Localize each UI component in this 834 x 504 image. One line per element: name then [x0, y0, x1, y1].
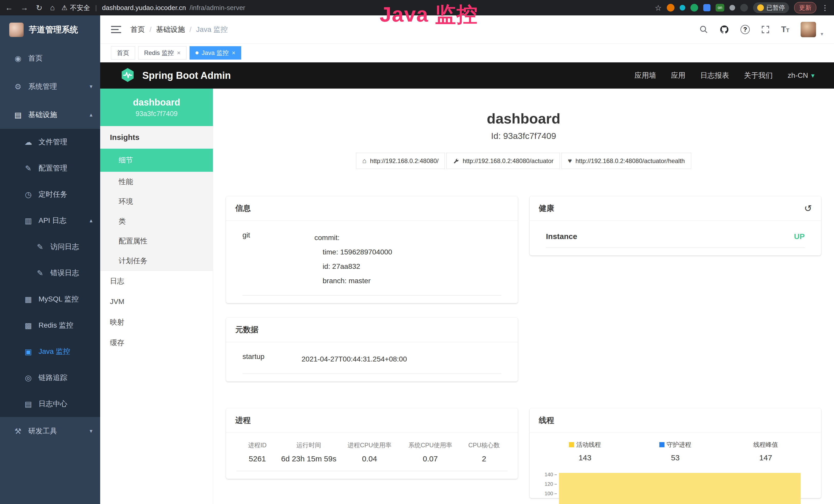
- sba-item-mappings[interactable]: 映射: [100, 312, 213, 333]
- legend-swatch-blue: [659, 442, 664, 447]
- health-url-link[interactable]: ♥ http://192.168.0.2:48080/actuator/heal…: [562, 153, 691, 169]
- sidebar-item-dev-tools[interactable]: ⚒ 研发工具 ▾: [0, 417, 100, 445]
- sidebar-item-scheduled-task[interactable]: ◷ 定时任务: [0, 181, 100, 207]
- error-log-icon: ✎: [36, 269, 45, 278]
- mysql-icon: ▦: [24, 295, 33, 304]
- health-card: 健康 ↺ Instance UP: [530, 196, 821, 255]
- sidebar-item-access-log[interactable]: ✎ 访问日志: [0, 234, 100, 260]
- sba-item-classes[interactable]: 类: [100, 211, 213, 231]
- sba-header: Spring Boot Admin 应用墙 应用 日志报表 关于我们 zh-CN…: [100, 62, 834, 89]
- heart-icon: ♥: [568, 157, 572, 165]
- sba-brand[interactable]: Spring Boot Admin: [142, 70, 231, 81]
- url-host: dashboard.yudao.iocoder.cn: [102, 4, 186, 12]
- metadata-card: 元数据 startup 2021-04-27T00:44:31.254+08:0…: [226, 318, 518, 382]
- url-path: /infra/admin-server: [190, 4, 245, 12]
- extension-icon[interactable]: [680, 5, 685, 10]
- sidebar-item-error-log[interactable]: ✎ 错误日志: [0, 260, 100, 286]
- user-avatar[interactable]: [800, 22, 816, 37]
- close-icon[interactable]: ×: [232, 49, 235, 56]
- tools-icon: ⚒: [13, 427, 23, 436]
- card-title: 健康: [539, 203, 554, 214]
- browser-menu-icon[interactable]: ⋮: [821, 4, 829, 12]
- sba-item-logs[interactable]: 日志: [100, 271, 213, 292]
- sba-nav-wallboard[interactable]: 应用墙: [635, 71, 656, 81]
- search-icon[interactable]: [699, 25, 708, 34]
- breadcrumb-home[interactable]: 首页: [130, 25, 145, 35]
- sidebar-item-infrastructure[interactable]: ▤ 基础设施 ▴: [0, 101, 100, 129]
- close-icon[interactable]: ×: [177, 49, 180, 56]
- instance-name: dashboard: [133, 97, 180, 108]
- insights-group: Insights 细节 性能 环境 类 配置属性 计划任务: [100, 126, 213, 271]
- caret-down-icon[interactable]: ▾: [821, 31, 823, 37]
- sidebar-item-config-manage[interactable]: ✎ 配置管理: [0, 155, 100, 181]
- sba-logo-icon: [120, 67, 136, 84]
- reload-icon[interactable]: ↻: [36, 3, 42, 12]
- sba-item-scheduledtasks[interactable]: 计划任务: [100, 251, 213, 271]
- app-logo[interactable]: 芋道管理系统: [0, 16, 100, 44]
- dashboard-icon: ◉: [13, 54, 23, 63]
- bookmark-star-icon[interactable]: ☆: [655, 3, 662, 12]
- sba-item-details[interactable]: 细节: [100, 148, 213, 172]
- update-button[interactable]: 更新: [794, 2, 816, 13]
- back-icon[interactable]: ←: [5, 3, 13, 12]
- history-icon[interactable]: ↺: [804, 204, 812, 213]
- service-url-link[interactable]: ⌂ http://192.168.0.2:48080/: [356, 153, 445, 169]
- breadcrumb-current: Java 监控: [196, 25, 228, 35]
- sidebar-item-file-manage[interactable]: ☁ 文件管理: [0, 129, 100, 155]
- active-dot: [195, 51, 199, 54]
- sba-item-caches[interactable]: 缓存: [100, 333, 213, 353]
- sba-item-metrics[interactable]: 性能: [100, 172, 213, 191]
- access-log-icon: ✎: [36, 243, 45, 251]
- tab-java-monitor[interactable]: Java 监控 ×: [190, 46, 241, 60]
- sidebar-item-redis-monitor[interactable]: ▩ Redis 监控: [0, 312, 100, 338]
- address-bar[interactable]: ⚠ 不安全 | dashboard.yudao.iocoder.cn/infra…: [61, 3, 655, 12]
- paused-badge[interactable]: 已暂停: [753, 2, 789, 13]
- sba-nav-journal[interactable]: 日志报表: [700, 71, 729, 81]
- extension-icon[interactable]: [667, 4, 675, 12]
- security-warning[interactable]: ⚠ 不安全: [61, 3, 90, 12]
- github-icon[interactable]: [720, 25, 729, 35]
- sba-nav-about[interactable]: 关于我们: [744, 71, 773, 81]
- insights-label: Insights: [100, 126, 213, 148]
- chevron-down-icon: ▾: [90, 428, 92, 434]
- sba-instance-block[interactable]: dashboard 93a3fc7f7409: [100, 89, 213, 126]
- sba-item-configprops[interactable]: 配置属性: [100, 231, 213, 251]
- sidebar-item-system[interactable]: ⚙ 系统管理 ▾: [0, 72, 100, 101]
- forward-icon[interactable]: →: [21, 3, 28, 12]
- tab-home[interactable]: 首页: [111, 46, 135, 60]
- help-icon[interactable]: ?: [741, 25, 750, 34]
- edit-icon: ✎: [24, 164, 33, 173]
- actuator-url-link[interactable]: http://192.168.0.2:48080/actuator: [446, 153, 560, 169]
- page-title: dashboard: [213, 110, 834, 127]
- legend-live-threads: 活动线程 143: [540, 441, 630, 462]
- font-size-icon[interactable]: TT: [781, 25, 789, 34]
- sidebar-item-log-center[interactable]: ▤ 日志中心: [0, 391, 100, 417]
- breadcrumb-infrastructure[interactable]: 基础设施: [156, 25, 185, 35]
- fullscreen-icon[interactable]: [761, 25, 770, 34]
- threads-card: 线程 活动线程 143 守护进程 53 线程峰值 147: [530, 408, 821, 498]
- legend-daemon-threads: 守护进程 53: [630, 441, 721, 462]
- extension-icon[interactable]: [703, 4, 710, 11]
- infrastructure-icon: ▤: [13, 110, 23, 119]
- browser-home-icon[interactable]: ⌂: [50, 3, 55, 12]
- tab-redis-monitor[interactable]: Redis 监控 ×: [138, 46, 186, 60]
- extension-icon[interactable]: [729, 5, 735, 10]
- sidebar-item-api-log[interactable]: ▥ API 日志 ▴: [0, 207, 100, 234]
- extension-icon[interactable]: on: [716, 4, 724, 12]
- extension-icon[interactable]: [690, 4, 698, 12]
- wrench-icon: [453, 158, 459, 164]
- extension-icon[interactable]: [740, 4, 748, 12]
- sidebar-item-java-monitor[interactable]: ▣ Java 监控: [0, 338, 100, 365]
- sidebar-item-home[interactable]: ◉ 首页: [0, 44, 100, 72]
- locale-selector[interactable]: zh-CN ▾: [788, 71, 814, 79]
- sba-item-environment[interactable]: 环境: [100, 191, 213, 211]
- address-separator: |: [95, 4, 97, 12]
- sba-nav-applications[interactable]: 应用: [671, 71, 685, 81]
- sba-item-jvm[interactable]: JVM: [100, 292, 213, 312]
- sidebar-item-mysql-monitor[interactable]: ▦ MySQL 监控: [0, 286, 100, 312]
- sidebar-item-trace[interactable]: ◎ 链路追踪: [0, 365, 100, 391]
- legend-swatch-yellow: [569, 442, 574, 447]
- card-title: 信息: [235, 203, 251, 214]
- chevron-down-icon: ▾: [90, 83, 92, 90]
- collapse-sidebar-icon[interactable]: [111, 26, 121, 33]
